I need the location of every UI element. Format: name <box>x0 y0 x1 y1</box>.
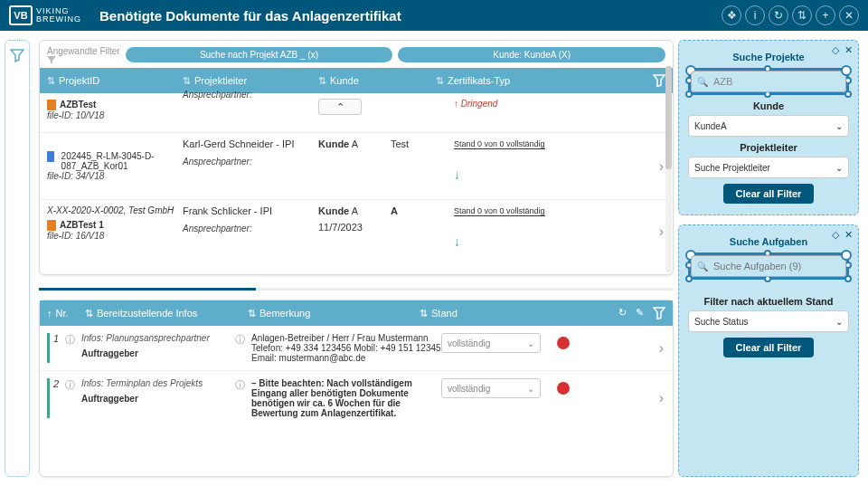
eraser-icon[interactable]: ◇ <box>832 44 839 56</box>
status-dot <box>557 337 570 349</box>
close-icon[interactable]: ✕ <box>839 5 859 25</box>
hdr-icon-1[interactable]: ❖ <box>722 5 741 25</box>
projektleiter-select[interactable]: Suche Projektleiter⌄ <box>688 157 849 178</box>
filter-icon[interactable] <box>653 74 665 87</box>
clear-filter-button[interactable]: Clear all Filter <box>723 338 815 357</box>
chevron-right-icon: › <box>659 158 664 175</box>
applied-filters-label: Angewandte Filter <box>47 46 120 63</box>
task-row[interactable]: 2 ⓘ Infos: Terminplan des ProjektsAuftra… <box>40 371 673 425</box>
info-icon: ⓘ <box>235 333 251 363</box>
tasks-table-header: ↑Nr. ⇅Bereitzustellende Infos ⇅Bemerkung… <box>40 300 673 326</box>
search-input-wrap[interactable]: 🔍 <box>688 253 849 280</box>
filter-panel-tasks: ◇✕ Suche Aufgaben 🔍 Filter nach aktuelle… <box>678 224 859 477</box>
table-row[interactable]: X-XX-2020-X-0002, Test GmbH AZBTest 1 fi… <box>40 200 673 263</box>
kunde-select[interactable]: KundeA⌄ <box>688 115 849 137</box>
left-rail-filter[interactable] <box>5 40 30 477</box>
info-icon: ⓘ <box>235 378 251 418</box>
filter-chip-kunde[interactable]: Kunde: KundeA (X) <box>398 47 665 62</box>
status-select[interactable]: vollständig⌄ <box>441 378 541 398</box>
table-row[interactable]: 202445_R-LM-3045-D-087_AZB_Kor01 file-ID… <box>40 133 673 200</box>
info-icon: ⓘ <box>65 378 81 418</box>
status-dot <box>557 382 570 395</box>
add-icon[interactable]: + <box>816 5 835 25</box>
eraser-icon[interactable]: ◇ <box>832 229 839 241</box>
brand-logo: VB VIKINGBREWING <box>9 5 81 25</box>
search-input-wrap[interactable]: 🔍 <box>688 68 849 95</box>
search-icon: 🔍 <box>697 262 708 272</box>
status-select[interactable]: vollständig⌄ <box>441 333 541 353</box>
clear-filter-button[interactable]: Clear all Filter <box>723 184 815 204</box>
search-projects-input[interactable] <box>699 71 827 91</box>
sort-icon[interactable]: ⇅ <box>792 5 812 25</box>
scrollbar[interactable] <box>665 66 672 272</box>
page-title: Benötigte Dokumente für das Anlagenzerti… <box>99 8 722 24</box>
tab-underline <box>39 288 674 291</box>
edit-icon[interactable]: ✎ <box>636 307 644 319</box>
info-icon[interactable]: i <box>745 5 765 25</box>
sort-icon[interactable]: ⇅ <box>47 75 55 87</box>
refresh-icon[interactable]: ↻ <box>769 5 788 25</box>
projects-table-header: ⇅ProjektID ⇅Projektleiter ⇅Kunde ⇅Zertif… <box>40 68 673 93</box>
table-row[interactable]: AZBTest file-ID: 10/V18 Ansprechpartner:… <box>40 93 673 133</box>
collapse-button[interactable]: ⌃ <box>318 99 362 115</box>
info-icon: ⓘ <box>65 333 81 363</box>
status-select[interactable]: Suche Status⌄ <box>688 310 849 332</box>
search-tasks-input[interactable] <box>699 256 827 276</box>
filter-chip-project[interactable]: Suche nach Projekt AZB _ (x) <box>126 47 393 62</box>
refresh-icon[interactable]: ↻ <box>618 307 627 319</box>
search-icon: 🔍 <box>697 77 708 87</box>
filter-panel-projects: ◇✕ Suche Projekte 🔍 Kunde KundeA⌄ Projek… <box>678 40 859 215</box>
close-icon[interactable]: ✕ <box>844 44 853 56</box>
close-icon[interactable]: ✕ <box>844 229 853 241</box>
filter-icon[interactable] <box>653 307 665 319</box>
chevron-right-icon: › <box>659 224 664 240</box>
task-row[interactable]: 1 ⓘ Infos: PlanungsansprechpartnerAuftra… <box>40 326 673 371</box>
